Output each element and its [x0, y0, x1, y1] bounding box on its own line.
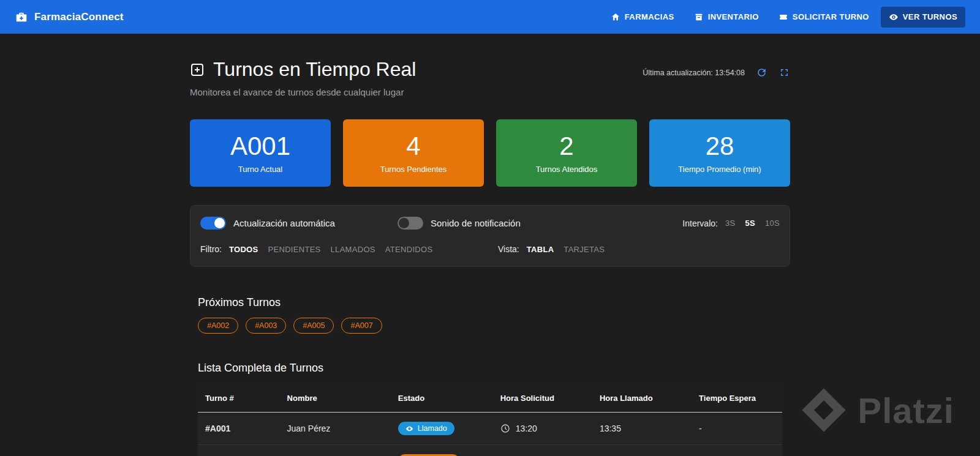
- stat-value: A001: [230, 132, 290, 160]
- nav-item-farmacias[interactable]: FARMACIAS: [603, 7, 682, 28]
- tiempo-espera: -: [692, 413, 782, 445]
- ticket-icon: [778, 12, 788, 22]
- interval-option-5s[interactable]: 5S: [745, 219, 755, 228]
- platzi-logo-icon: [801, 387, 847, 433]
- table-row: #A001 Juan Pérez Llamado 13:: [198, 413, 782, 445]
- turno-cell: #A002: [198, 445, 280, 456]
- table-section: Lista Completa de Turnos Turno # Nombre …: [190, 362, 790, 456]
- view-option-tabla[interactable]: TABLA: [527, 245, 554, 254]
- column-header: Hora Solicitud: [493, 384, 592, 413]
- table-header-row: Turno # Nombre Estado Hora Solicitud Hor…: [198, 384, 782, 413]
- nav-items: FARMACIAS INVENTARIO SOLICITAR TURNO VER…: [603, 7, 965, 28]
- stat-value: 2: [559, 132, 573, 160]
- upcoming-section: Próximos Turnos #A002 #A003 #A005 #A007: [190, 296, 790, 334]
- eye-icon: [889, 12, 899, 22]
- nav-item-label: VER TURNOS: [903, 12, 957, 21]
- inventory-icon: [694, 12, 704, 22]
- auto-update-label: Actualización automática: [233, 218, 335, 228]
- top-navbar: FarmaciaConnect FARMACIAS INVENTARIO SOL…: [0, 0, 980, 34]
- stat-value: 4: [406, 132, 420, 160]
- filter-option-llamados[interactable]: LLAMADOS: [331, 245, 375, 254]
- stat-label: Tiempo Promedio (min): [678, 165, 761, 174]
- nombre-cell: Juan Pérez: [280, 413, 391, 445]
- stat-label: Turno Actual: [238, 165, 283, 174]
- ticket-pill[interactable]: #A005: [293, 318, 334, 334]
- column-header: Tiempo Espera: [692, 384, 782, 413]
- interval-option-3s[interactable]: 3S: [725, 219, 736, 228]
- page-subtitle: Monitorea el avance de turnos desde cual…: [190, 87, 416, 97]
- last-update-label: Última actualización:: [643, 69, 713, 77]
- page-title: Turnos en Tiempo Real: [213, 58, 416, 81]
- upcoming-title: Próximos Turnos: [198, 296, 782, 309]
- interval-label: Intervalo:: [682, 219, 718, 228]
- filter-option-atendidos[interactable]: ATENDIDOS: [385, 245, 433, 254]
- stat-card-tiempo-promedio: 28 Tiempo Promedio (min): [649, 119, 790, 187]
- filter-label: Filtro:: [200, 244, 222, 254]
- stat-card-pendientes: 4 Turnos Pendientes: [343, 119, 484, 187]
- update-row: Última actualización: 13:54:08: [643, 67, 790, 78]
- stat-card-atendidos: 2 Turnos Atendidos: [496, 119, 637, 187]
- column-header: Nombre: [280, 384, 391, 413]
- auto-update-toggle[interactable]: [200, 217, 226, 230]
- home-icon: [611, 12, 620, 22]
- filter-option-pendientes[interactable]: PENDIENTES: [268, 245, 321, 254]
- view-option-tarjetas[interactable]: TARJETAS: [564, 245, 605, 254]
- nav-item-solicitar-turno[interactable]: SOLICITAR TURNO: [771, 7, 877, 28]
- column-header: Turno #: [198, 384, 280, 413]
- platzi-watermark-text: Platzi: [858, 390, 955, 431]
- status-badge-label: Llamado: [418, 424, 447, 433]
- ticket-pill[interactable]: #A003: [246, 318, 286, 334]
- nav-item-inventario[interactable]: INVENTARIO: [686, 7, 767, 28]
- controls-panel: Actualización automática Sonido de notif…: [190, 205, 790, 267]
- sound-toggle[interactable]: [398, 217, 423, 230]
- plus-square-icon: [190, 62, 205, 77]
- table-row: #A002 María García Pendiente: [198, 445, 782, 456]
- nav-item-ver-turnos[interactable]: VER TURNOS: [881, 7, 965, 28]
- stats-row: A001 Turno Actual 4 Turnos Pendientes 2 …: [190, 119, 790, 187]
- column-header: Estado: [391, 384, 493, 413]
- fullscreen-icon[interactable]: [778, 67, 790, 78]
- main-content: Turnos en Tiempo Real Monitorea el avanc…: [190, 34, 790, 456]
- stat-label: Turnos Atendidos: [536, 165, 598, 174]
- medkit-icon: [15, 10, 28, 24]
- eye-icon: [405, 425, 413, 433]
- upcoming-pills: #A002 #A003 #A005 #A007: [198, 318, 782, 334]
- stat-label: Turnos Pendientes: [380, 165, 447, 174]
- stat-value: 28: [706, 132, 734, 160]
- nav-item-label: SOLICITAR TURNO: [793, 12, 869, 21]
- ticket-pill[interactable]: #A007: [341, 318, 382, 334]
- page-header: Turnos en Tiempo Real Monitorea el avanc…: [190, 58, 790, 97]
- sound-label: Sonido de notificación: [431, 218, 521, 228]
- nav-item-label: FARMACIAS: [625, 12, 674, 21]
- clock-icon: [500, 424, 510, 433]
- hora-solicitud: 13:20: [516, 424, 537, 433]
- status-badge: Llamado: [398, 422, 454, 435]
- nav-item-label: INVENTARIO: [708, 12, 759, 21]
- tiempo-espera: 24 min: [692, 445, 782, 456]
- filter-option-todos[interactable]: TODOS: [229, 245, 258, 254]
- turnos-table: Turno # Nombre Estado Hora Solicitud Hor…: [198, 384, 782, 456]
- turno-cell: #A001: [198, 413, 280, 445]
- table-title: Lista Completa de Turnos: [198, 362, 782, 375]
- brand[interactable]: FarmaciaConnect: [15, 10, 124, 24]
- brand-name: FarmaciaConnect: [34, 11, 124, 23]
- column-header: Hora Llamado: [592, 384, 692, 413]
- view-label: Vista:: [498, 244, 519, 254]
- interval-option-10s[interactable]: 10S: [765, 219, 780, 228]
- hora-llamado: 13:35: [592, 413, 692, 445]
- ticket-pill[interactable]: #A002: [198, 318, 238, 334]
- platzi-watermark: Platzi: [801, 387, 955, 433]
- hora-llamado: -: [592, 445, 692, 456]
- refresh-icon[interactable]: [756, 67, 767, 78]
- last-update-text: Última actualización: 13:54:08: [643, 69, 745, 77]
- nombre-cell: María García: [280, 445, 391, 456]
- stat-card-turno-actual: A001 Turno Actual: [190, 119, 331, 187]
- last-update-time: 13:54:08: [715, 69, 745, 77]
